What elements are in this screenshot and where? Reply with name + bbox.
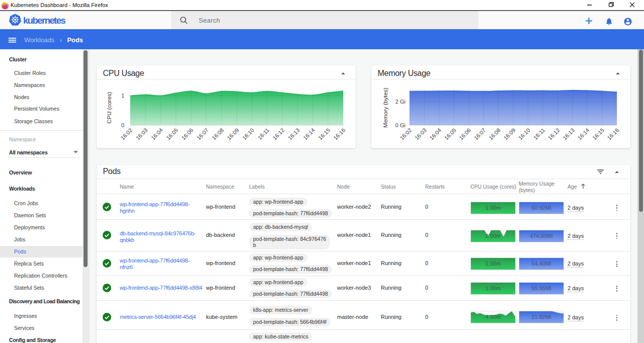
svg-text:16:10: 16:10 <box>517 127 531 141</box>
svg-text:16:03: 16:03 <box>135 127 149 141</box>
svg-text:16:03: 16:03 <box>414 127 428 141</box>
svg-text:Memory (bytes): Memory (bytes) <box>382 88 388 128</box>
svg-text:16:08: 16:08 <box>488 127 502 141</box>
svg-text:16:02: 16:02 <box>398 127 413 141</box>
svg-text:16:14: 16:14 <box>577 127 591 141</box>
svg-text:0 Gi: 0 Gi <box>395 122 406 128</box>
svg-text:16:06: 16:06 <box>458 127 472 141</box>
svg-text:16:05: 16:05 <box>165 127 179 141</box>
svg-text:16:13: 16:13 <box>561 127 576 141</box>
svg-text:16:11: 16:11 <box>532 127 546 140</box>
svg-text:CPU (cores): CPU (cores) <box>106 92 112 123</box>
svg-text:16:06: 16:06 <box>180 127 194 141</box>
svg-text:16:10: 16:10 <box>241 127 255 141</box>
svg-text:16:07: 16:07 <box>196 127 210 141</box>
svg-text:16:08: 16:08 <box>211 127 225 141</box>
svg-text:1: 1 <box>121 93 124 99</box>
svg-text:16:16: 16:16 <box>606 127 620 141</box>
svg-text:0: 0 <box>121 122 124 128</box>
svg-text:16:15: 16:15 <box>591 127 605 141</box>
svg-text:16:04: 16:04 <box>428 127 442 141</box>
svg-text:16:04: 16:04 <box>150 127 164 141</box>
svg-text:16:09: 16:09 <box>502 127 516 141</box>
svg-text:16:16: 16:16 <box>332 127 346 141</box>
svg-text:16:14: 16:14 <box>302 127 316 141</box>
svg-text:16:07: 16:07 <box>473 127 487 141</box>
svg-text:16:13: 16:13 <box>287 127 301 141</box>
svg-text:2 Gi: 2 Gi <box>395 99 406 105</box>
svg-text:16:12: 16:12 <box>547 127 561 141</box>
svg-text:16:15: 16:15 <box>317 127 331 141</box>
svg-text:16:05: 16:05 <box>443 127 457 141</box>
svg-text:16:12: 16:12 <box>272 127 286 141</box>
svg-text:16:09: 16:09 <box>226 127 240 141</box>
svg-text:16:11: 16:11 <box>257 127 270 140</box>
svg-text:16:02: 16:02 <box>119 127 133 141</box>
